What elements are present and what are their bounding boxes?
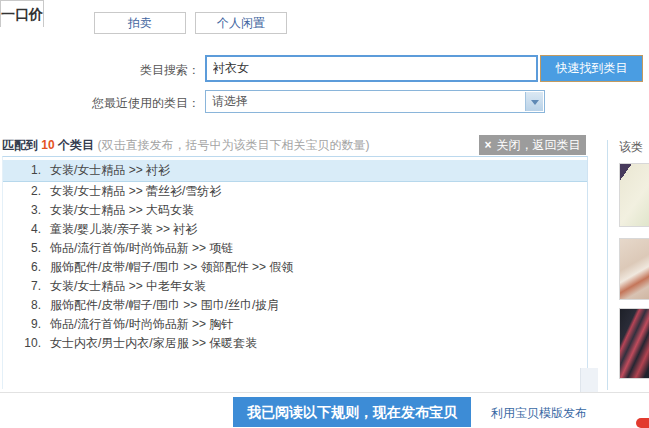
category-item-number: 4. bbox=[3, 220, 41, 239]
category-list-item[interactable]: 8.服饰配件/皮带/帽子/围巾 >> 围巾/丝巾/披肩 bbox=[3, 296, 587, 315]
use-template-link[interactable]: 利用宝贝模版发布 bbox=[491, 405, 587, 422]
lace-clothing-thumbnail[interactable] bbox=[619, 308, 649, 379]
category-item-path: 女士内衣/男士内衣/家居服 >> 保暖套装 bbox=[50, 336, 257, 350]
chevron-down-icon[interactable] bbox=[525, 92, 543, 111]
match-count: 10 bbox=[41, 138, 54, 152]
category-item-path: 女装/女士精品 >> 蕾丝衫/雪纺衫 bbox=[50, 184, 221, 198]
category-item-path: 童装/婴儿装/亲子装 >> 衬衫 bbox=[50, 222, 197, 236]
match-result-header: 匹配到 10 个类目 (双击直接发布，括号中为该类目下相关宝贝的数量) bbox=[2, 137, 369, 154]
recent-category-label: 您最近使用的类目： bbox=[0, 95, 200, 112]
accessory-photo-thumbnail[interactable] bbox=[619, 238, 649, 300]
category-item-number: 1. bbox=[3, 160, 41, 181]
tab-personal-idle[interactable]: 个人闲置 bbox=[195, 12, 287, 34]
category-list-item[interactable]: 2.女装/女士精品 >> 蕾丝衫/雪纺衫 bbox=[3, 182, 587, 201]
category-search-label: 类目搜索： bbox=[0, 62, 200, 79]
category-item-number: 3. bbox=[3, 201, 41, 220]
side-panel-heading: 该类 bbox=[619, 139, 643, 156]
side-panel-divider bbox=[607, 140, 608, 390]
publish-item-category-page: 一口价 拍卖 个人闲置 类目搜索： 快速找到类目 您最近使用的类目： 请选择 匹… bbox=[0, 0, 649, 428]
match-note: (双击直接发布，括号中为该类目下相关宝贝的数量) bbox=[97, 138, 369, 152]
category-item-number: 5. bbox=[3, 239, 41, 258]
category-item-path: 饰品/流行首饰/时尚饰品新 >> 胸针 bbox=[50, 317, 233, 331]
close-return-category-button[interactable]: ×关闭，返回类目 bbox=[479, 135, 586, 155]
red-decoration-cutoff bbox=[636, 418, 649, 428]
match-prefix: 匹配到 bbox=[2, 138, 38, 152]
scrollbar-corner bbox=[580, 368, 598, 392]
category-item-path: 女装/女士精品 >> 衬衫 bbox=[50, 163, 170, 177]
category-list-item[interactable]: 7.女装/女士精品 >> 中老年女装 bbox=[3, 277, 587, 296]
category-list-item[interactable]: 6.服饰配件/皮带/帽子/围巾 >> 领部配件 >> 假领 bbox=[3, 258, 587, 277]
category-item-number: 10. bbox=[3, 334, 41, 353]
category-list-item[interactable]: 1.女装/女士精品 >> 衬衫 bbox=[3, 160, 587, 182]
footer-divider bbox=[0, 392, 649, 393]
close-button-label: 关闭，返回类目 bbox=[497, 138, 581, 152]
tab-fixed-price[interactable]: 一口价 bbox=[0, 0, 44, 27]
recent-category-select[interactable]: 请选择 bbox=[205, 90, 545, 113]
category-item-number: 9. bbox=[3, 315, 41, 334]
category-list: 1.女装/女士精品 >> 衬衫2.女装/女士精品 >> 蕾丝衫/雪纺衫3.女装/… bbox=[2, 156, 588, 389]
category-list-item[interactable]: 5.饰品/流行首饰/时尚饰品新 >> 项链 bbox=[3, 239, 587, 258]
category-list-item[interactable]: 3.女装/女士精品 >> 大码女装 bbox=[3, 201, 587, 220]
category-item-number: 8. bbox=[3, 296, 41, 315]
recent-category-selected-value: 请选择 bbox=[206, 91, 544, 112]
shirt-photo-thumbnail[interactable] bbox=[619, 163, 649, 227]
category-item-path: 服饰配件/皮带/帽子/围巾 >> 围巾/丝巾/披肩 bbox=[50, 298, 279, 312]
match-suffix: 个类目 bbox=[58, 138, 94, 152]
category-search-input[interactable] bbox=[205, 55, 538, 82]
quick-find-category-button[interactable]: 快速找到类目 bbox=[540, 55, 643, 82]
category-list-item[interactable]: 9.饰品/流行首饰/时尚饰品新 >> 胸针 bbox=[3, 315, 587, 334]
category-item-number: 6. bbox=[3, 258, 41, 277]
category-item-path: 饰品/流行首饰/时尚饰品新 >> 项链 bbox=[50, 241, 233, 255]
category-item-number: 7. bbox=[3, 277, 41, 296]
tab-auction[interactable]: 拍卖 bbox=[94, 12, 186, 34]
close-icon: × bbox=[484, 138, 491, 152]
category-list-item[interactable]: 4.童装/婴儿装/亲子装 >> 衬衫 bbox=[3, 220, 587, 239]
category-list-item[interactable]: 10.女士内衣/男士内衣/家居服 >> 保暖套装 bbox=[3, 334, 587, 353]
category-item-path: 服饰配件/皮带/帽子/围巾 >> 领部配件 >> 假领 bbox=[50, 260, 293, 274]
category-item-path: 女装/女士精品 >> 中老年女装 bbox=[50, 279, 206, 293]
category-item-number: 2. bbox=[3, 182, 41, 201]
publish-now-button[interactable]: 我已阅读以下规则，现在发布宝贝 bbox=[233, 397, 471, 427]
category-item-path: 女装/女士精品 >> 大码女装 bbox=[50, 203, 194, 217]
